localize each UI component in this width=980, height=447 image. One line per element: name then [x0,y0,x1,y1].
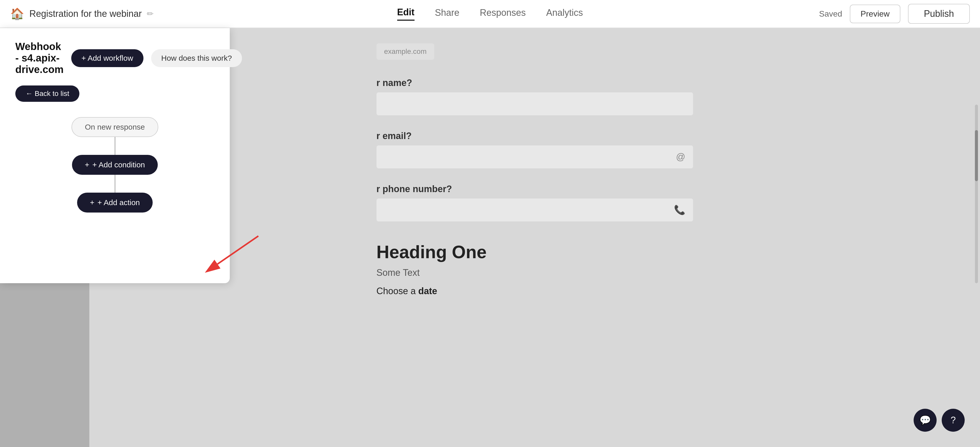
connector-line-2 [115,175,115,193]
heading-section: Heading One Some Text Choose a date [377,242,693,296]
trigger-node: On new response [72,117,158,137]
tab-share[interactable]: Share [435,7,459,20]
name-label: r name? [377,78,693,88]
back-to-list-button[interactable]: ← Back to list [15,86,80,102]
tab-edit[interactable]: Edit [397,7,414,21]
saved-status: Saved [819,9,842,19]
webhook-panel: Webhook - s4.apix-drive.com + Add workfl… [0,28,230,283]
add-workflow-button[interactable]: + Add workflow [71,49,143,67]
webhook-title: Webhook - s4.apix-drive.com [15,41,64,75]
workflow-diagram: On new response + + Add condition + + Ad… [15,117,215,212]
phone-field: r phone number? 📞 [377,184,693,222]
help-button[interactable]: ? [942,409,965,432]
action-area: + + Add action [77,193,153,212]
scrollbar-track [975,105,978,283]
condition-label: + Add condition [92,160,145,169]
publish-button[interactable]: Publish [908,4,970,24]
form-inner: example.com r name? r email? @ [356,28,713,447]
phone-icon: 📞 [674,204,686,216]
email-label: r email? [377,131,693,141]
plus-icon: + [85,160,89,169]
connector-line-1 [115,137,115,155]
choose-date-label: Choose a date [377,286,693,296]
email-input[interactable]: @ [377,146,693,168]
how-does-this-work-button[interactable]: How does this work? [151,49,242,67]
section-heading: Heading One [377,242,693,262]
chat-buttons: 💬 ? [914,409,965,432]
email-field: r email? @ [377,131,693,168]
section-subtext: Some Text [377,267,693,278]
at-icon: @ [676,152,686,162]
nav-right: Saved Preview Publish [819,4,980,24]
tab-responses[interactable]: Responses [480,7,526,20]
action-label: + Add action [97,198,140,207]
chat-button[interactable]: 💬 [914,409,937,432]
home-icon[interactable]: 🏠 [10,7,24,21]
phone-label: r phone number? [377,184,693,194]
nav-tabs: Edit Share Responses Analytics [397,7,583,21]
example-placeholder: example.com [377,43,434,60]
phone-input[interactable]: 📞 [377,198,693,222]
scrollbar-thumb[interactable] [975,130,978,181]
webhook-header: Webhook - s4.apix-drive.com + Add workfl… [15,41,215,75]
top-navigation: 🏠 Registration for the webinar ✏ Edit Sh… [0,0,980,28]
plus-icon-action: + [90,198,94,207]
add-action-button[interactable]: + + Add action [77,193,153,212]
page-title: Registration for the webinar [29,8,142,19]
name-field: r name? [377,78,693,115]
name-input[interactable] [377,92,693,115]
edit-pencil-icon[interactable]: ✏ [147,9,154,19]
add-condition-button[interactable]: + + Add condition [72,155,158,175]
preview-button[interactable]: Preview [850,5,900,23]
tab-analytics[interactable]: Analytics [546,7,583,20]
